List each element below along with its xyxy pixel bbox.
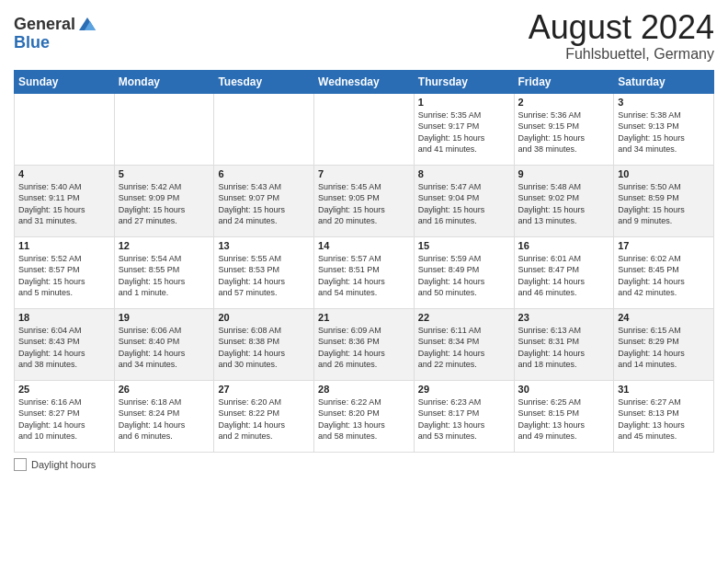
day-info: Sunrise: 6:15 AM Sunset: 8:29 PM Dayligh… (618, 325, 710, 371)
calendar-cell: 25Sunrise: 6:16 AM Sunset: 8:27 PM Dayli… (15, 380, 115, 452)
calendar-week-2: 4Sunrise: 5:40 AM Sunset: 9:11 PM Daylig… (15, 165, 714, 236)
day-number: 12 (119, 240, 210, 251)
calendar-cell: 2Sunrise: 5:36 AM Sunset: 9:15 PM Daylig… (514, 93, 614, 165)
calendar-cell: 7Sunrise: 5:45 AM Sunset: 9:05 PM Daylig… (314, 165, 415, 236)
day-info: Sunrise: 6:22 AM Sunset: 8:20 PM Dayligh… (318, 396, 410, 442)
day-info: Sunrise: 5:50 AM Sunset: 8:59 PM Dayligh… (618, 181, 710, 227)
day-info: Sunrise: 6:13 AM Sunset: 8:31 PM Dayligh… (518, 325, 610, 371)
logo-general: General (14, 16, 75, 32)
calendar-cell: 21Sunrise: 6:09 AM Sunset: 8:36 PM Dayli… (314, 308, 415, 380)
header: General Blue August 2024 Fuhlsbuettel, G… (14, 9, 714, 63)
calendar-cell: 16Sunrise: 6:01 AM Sunset: 8:47 PM Dayli… (514, 236, 614, 308)
calendar-cell: 1Sunrise: 5:35 AM Sunset: 9:17 PM Daylig… (414, 93, 514, 165)
day-info: Sunrise: 6:20 AM Sunset: 8:22 PM Dayligh… (218, 396, 310, 442)
day-number: 26 (119, 384, 210, 395)
day-number: 30 (518, 384, 610, 395)
calendar-cell: 3Sunrise: 5:38 AM Sunset: 9:13 PM Daylig… (614, 93, 714, 165)
header-row: Sunday Monday Tuesday Wednesday Thursday… (15, 70, 714, 93)
day-number: 18 (18, 312, 110, 323)
calendar-cell: 27Sunrise: 6:20 AM Sunset: 8:22 PM Dayli… (214, 380, 314, 452)
day-info: Sunrise: 6:09 AM Sunset: 8:36 PM Dayligh… (318, 325, 410, 371)
day-info: Sunrise: 5:35 AM Sunset: 9:17 PM Dayligh… (418, 109, 510, 155)
day-info: Sunrise: 5:57 AM Sunset: 8:51 PM Dayligh… (318, 253, 410, 299)
header-friday: Friday (514, 70, 614, 93)
calendar-cell: 26Sunrise: 6:18 AM Sunset: 8:24 PM Dayli… (114, 380, 214, 452)
logo: General Blue (14, 14, 97, 52)
day-info: Sunrise: 5:45 AM Sunset: 9:05 PM Dayligh… (318, 181, 410, 227)
day-info: Sunrise: 6:16 AM Sunset: 8:27 PM Dayligh… (18, 396, 110, 442)
calendar-week-3: 11Sunrise: 5:52 AM Sunset: 8:57 PM Dayli… (15, 236, 714, 308)
day-info: Sunrise: 5:36 AM Sunset: 9:15 PM Dayligh… (518, 109, 610, 155)
day-number: 28 (318, 384, 410, 395)
day-number: 29 (418, 384, 510, 395)
day-number: 17 (618, 240, 710, 251)
day-info: Sunrise: 6:27 AM Sunset: 8:13 PM Dayligh… (618, 396, 710, 442)
calendar-cell: 18Sunrise: 6:04 AM Sunset: 8:43 PM Dayli… (15, 308, 115, 380)
day-number: 3 (618, 97, 710, 108)
day-info: Sunrise: 5:42 AM Sunset: 9:09 PM Dayligh… (119, 181, 210, 227)
day-number: 27 (218, 384, 310, 395)
calendar-cell: 9Sunrise: 5:48 AM Sunset: 9:02 PM Daylig… (514, 165, 614, 236)
day-number: 31 (618, 384, 710, 395)
logo-blue: Blue (14, 33, 50, 52)
day-info: Sunrise: 5:47 AM Sunset: 9:04 PM Dayligh… (418, 181, 510, 227)
day-number: 13 (218, 240, 310, 251)
daylight-box (14, 458, 27, 471)
calendar-cell: 22Sunrise: 6:11 AM Sunset: 8:34 PM Dayli… (414, 308, 514, 380)
day-number: 20 (218, 312, 310, 323)
calendar-week-4: 18Sunrise: 6:04 AM Sunset: 8:43 PM Dayli… (15, 308, 714, 380)
day-info: Sunrise: 5:40 AM Sunset: 9:11 PM Dayligh… (18, 181, 110, 227)
day-info: Sunrise: 6:25 AM Sunset: 8:15 PM Dayligh… (518, 396, 610, 442)
calendar-cell: 11Sunrise: 5:52 AM Sunset: 8:57 PM Dayli… (15, 236, 115, 308)
day-number: 14 (318, 240, 410, 251)
calendar-cell: 8Sunrise: 5:47 AM Sunset: 9:04 PM Daylig… (414, 165, 514, 236)
day-number: 11 (18, 240, 110, 251)
day-number: 8 (418, 168, 510, 179)
calendar-cell: 31Sunrise: 6:27 AM Sunset: 8:13 PM Dayli… (614, 380, 714, 452)
header-thursday: Thursday (414, 70, 514, 93)
calendar-cell: 23Sunrise: 6:13 AM Sunset: 8:31 PM Dayli… (514, 308, 614, 380)
calendar-cell: 10Sunrise: 5:50 AM Sunset: 8:59 PM Dayli… (614, 165, 714, 236)
calendar-cell: 29Sunrise: 6:23 AM Sunset: 8:17 PM Dayli… (414, 380, 514, 452)
header-sunday: Sunday (15, 70, 115, 93)
calendar-cell: 12Sunrise: 5:54 AM Sunset: 8:55 PM Dayli… (114, 236, 214, 308)
day-number: 21 (318, 312, 410, 323)
header-monday: Monday (114, 70, 214, 93)
calendar-cell (314, 93, 415, 165)
calendar-week-5: 25Sunrise: 6:16 AM Sunset: 8:27 PM Dayli… (15, 380, 714, 452)
calendar-week-1: 1Sunrise: 5:35 AM Sunset: 9:17 PM Daylig… (15, 93, 714, 165)
calendar-cell (15, 93, 115, 165)
day-number: 25 (18, 384, 110, 395)
day-info: Sunrise: 6:11 AM Sunset: 8:34 PM Dayligh… (418, 325, 510, 371)
day-number: 24 (618, 312, 710, 323)
day-info: Sunrise: 6:18 AM Sunset: 8:24 PM Dayligh… (119, 396, 210, 442)
calendar-cell: 19Sunrise: 6:06 AM Sunset: 8:40 PM Dayli… (114, 308, 214, 380)
day-info: Sunrise: 5:55 AM Sunset: 8:53 PM Dayligh… (218, 253, 310, 299)
day-number: 23 (518, 312, 610, 323)
day-info: Sunrise: 5:48 AM Sunset: 9:02 PM Dayligh… (518, 181, 610, 227)
calendar-cell: 24Sunrise: 6:15 AM Sunset: 8:29 PM Dayli… (614, 308, 714, 380)
day-info: Sunrise: 6:23 AM Sunset: 8:17 PM Dayligh… (418, 396, 510, 442)
calendar-cell: 14Sunrise: 5:57 AM Sunset: 8:51 PM Dayli… (314, 236, 415, 308)
calendar-cell: 20Sunrise: 6:08 AM Sunset: 8:38 PM Dayli… (214, 308, 314, 380)
day-number: 22 (418, 312, 510, 323)
calendar-table: Sunday Monday Tuesday Wednesday Thursday… (14, 70, 714, 453)
calendar-cell: 30Sunrise: 6:25 AM Sunset: 8:15 PM Dayli… (514, 380, 614, 452)
footer: Daylight hours (14, 458, 714, 471)
day-number: 5 (119, 168, 210, 179)
page: General Blue August 2024 Fuhlsbuettel, G… (0, 0, 728, 563)
day-info: Sunrise: 6:08 AM Sunset: 8:38 PM Dayligh… (218, 325, 310, 371)
day-number: 15 (418, 240, 510, 251)
day-info: Sunrise: 5:54 AM Sunset: 8:55 PM Dayligh… (119, 253, 210, 299)
calendar-cell: 4Sunrise: 5:40 AM Sunset: 9:11 PM Daylig… (15, 165, 115, 236)
calendar-cell: 28Sunrise: 6:22 AM Sunset: 8:20 PM Dayli… (314, 380, 415, 452)
day-number: 4 (18, 168, 110, 179)
day-number: 10 (618, 168, 710, 179)
daylight-label: Daylight hours (31, 459, 96, 470)
day-info: Sunrise: 6:04 AM Sunset: 8:43 PM Dayligh… (18, 325, 110, 371)
title-area: August 2024 Fuhlsbuettel, Germany (529, 9, 714, 63)
calendar-cell: 6Sunrise: 5:43 AM Sunset: 9:07 PM Daylig… (214, 165, 314, 236)
day-number: 16 (518, 240, 610, 251)
header-saturday: Saturday (614, 70, 714, 93)
day-info: Sunrise: 5:59 AM Sunset: 8:49 PM Dayligh… (418, 253, 510, 299)
